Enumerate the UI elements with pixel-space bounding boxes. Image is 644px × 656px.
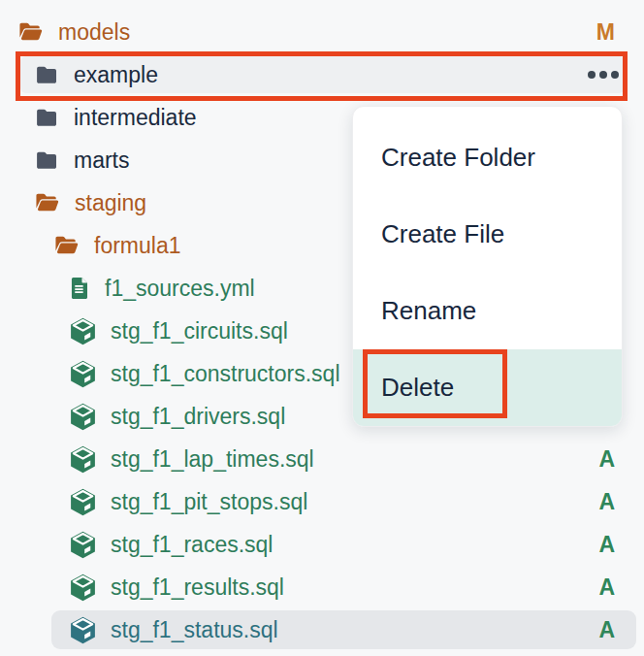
folder-open-icon (16, 19, 46, 45)
tree-item-label: formula1 (94, 233, 180, 259)
tree-item-example[interactable]: example (0, 53, 644, 96)
tree-item-label: stg_f1_circuits.sql (111, 318, 288, 344)
menu-item-create-folder[interactable]: Create Folder (353, 119, 622, 196)
folder-open-icon (51, 233, 81, 258)
file-yml-icon (68, 274, 92, 303)
folder-icon (32, 63, 61, 87)
tree-item-label: models (58, 19, 130, 46)
tree-item-label: stg_f1_drivers.sql (111, 404, 285, 430)
menu-item-rename[interactable]: Rename (353, 273, 622, 349)
tree-item-label: stg_f1_lap_times.sql (111, 446, 314, 473)
model-cube-icon (68, 573, 98, 603)
model-cube-icon (68, 402, 98, 432)
tree-item-label: example (74, 62, 158, 88)
model-cube-icon (68, 316, 98, 346)
modified-badge: M (596, 19, 615, 46)
tree-item-stg-f1-pit-stops[interactable]: stg_f1_pit_stops.sql A (0, 480, 644, 523)
model-cube-icon (68, 359, 98, 389)
tree-item-stg-f1-races[interactable]: stg_f1_races.sql A (0, 523, 644, 566)
added-badge: A (598, 574, 615, 601)
tree-item-label: stg_f1_pit_stops.sql (111, 489, 307, 515)
tree-item-stg-f1-status[interactable]: stg_f1_status.sql A (0, 608, 644, 651)
tree-item-label: stg_f1_status.sql (111, 617, 278, 643)
ellipsis-menu-icon[interactable] (588, 71, 619, 79)
tree-item-label: stg_f1_results.sql (111, 574, 284, 601)
model-cube-icon (68, 444, 98, 475)
folder-icon (32, 148, 61, 173)
model-cube-icon (68, 530, 98, 560)
model-cube-icon (68, 487, 98, 517)
file-explorer-panel: models M example intermediate marts stag… (0, 0, 644, 656)
menu-item-create-file[interactable]: Create File (353, 196, 622, 273)
added-badge: A (598, 532, 615, 558)
added-badge: A (598, 489, 615, 515)
folder-open-icon (32, 190, 62, 215)
tree-item-label: staging (75, 190, 146, 216)
added-badge: A (598, 446, 615, 473)
folder-icon (32, 106, 61, 130)
tree-item-models[interactable]: models M (0, 11, 644, 53)
tree-item-label: intermediate (74, 105, 197, 131)
tree-item-stg-f1-results[interactable]: stg_f1_results.sql A (0, 566, 644, 608)
menu-item-delete[interactable]: Delete (353, 349, 622, 426)
model-cube-icon (68, 615, 98, 645)
context-menu: Create Folder Create File Rename Delete (352, 106, 623, 427)
tree-item-stg-f1-lap-times[interactable]: stg_f1_lap_times.sql A (0, 438, 644, 480)
tree-item-label: stg_f1_races.sql (111, 532, 273, 558)
tree-item-label: marts (74, 148, 130, 174)
tree-item-label: stg_f1_constructors.sql (111, 361, 340, 387)
tree-item-label: f1_sources.yml (105, 276, 255, 302)
added-badge: A (598, 617, 615, 643)
